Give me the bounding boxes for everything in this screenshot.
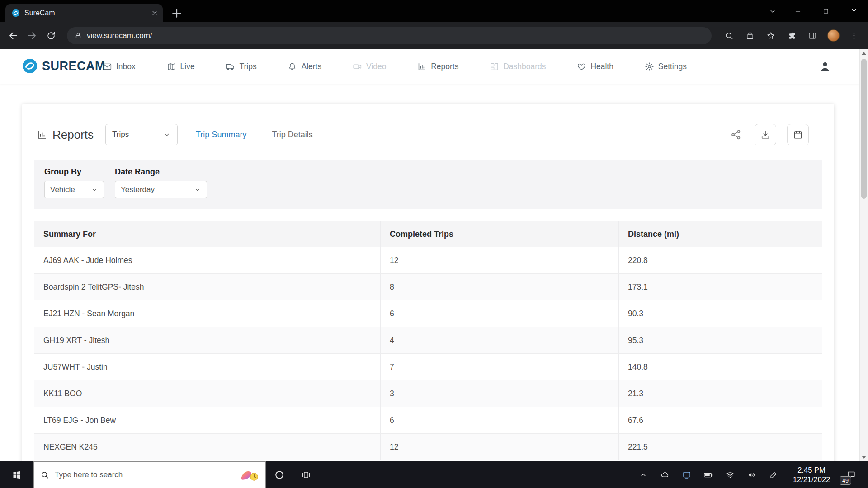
task-view-button[interactable]	[292, 461, 319, 488]
column-header-summary-for: Summary For	[34, 221, 380, 247]
system-tray: 2:45 PM 12/21/2022 49	[632, 461, 868, 488]
cortana-button[interactable]	[266, 461, 292, 488]
nav-item-live[interactable]: Live	[167, 62, 195, 71]
tab-search-chevron-icon[interactable]	[761, 0, 784, 22]
surecam-logo[interactable]: SURECAM	[22, 58, 105, 74]
extensions-puzzle-icon[interactable]	[782, 27, 801, 45]
report-actions	[728, 124, 809, 145]
distance-cell: 220.8	[618, 247, 822, 273]
scroll-up-arrow[interactable]	[860, 49, 868, 57]
distance-cell: 21.3	[618, 380, 822, 407]
nav-item-settings[interactable]: Settings	[645, 62, 687, 71]
share-report-button[interactable]	[728, 127, 744, 142]
distance-cell: 221.5	[618, 434, 822, 460]
new-tab-button[interactable]	[170, 6, 184, 20]
date-range-select[interactable]: Yesterday	[115, 181, 207, 198]
report-card: Reports Trips Trip SummaryTrip Details G…	[22, 104, 834, 461]
schedule-calendar-button[interactable]	[787, 124, 809, 145]
page-scrollbar[interactable]	[859, 49, 868, 461]
web-page: SURECAM InboxLiveTripsAlertsVideoReports…	[0, 49, 868, 461]
report-table-body: AJ69 AAK - Jude Holmes12220.8Boardspin 2…	[34, 247, 822, 460]
reports-chart-icon	[417, 62, 427, 71]
summary-for-cell: EJ21 HZN - Sean Morgan	[34, 300, 380, 327]
reload-button[interactable]	[42, 26, 61, 45]
nav-item-trips[interactable]: Trips	[226, 62, 256, 71]
summary-for-cell: KK11 BOO	[34, 380, 380, 407]
download-report-button[interactable]	[755, 124, 776, 145]
nav-item-label: Reports	[431, 62, 458, 71]
nav-item-inbox[interactable]: Inbox	[103, 62, 136, 71]
date-range-label: Date Range	[115, 167, 207, 177]
share-icon[interactable]	[741, 27, 760, 45]
volume-icon[interactable]	[741, 461, 763, 488]
chevron-down-icon	[91, 186, 98, 193]
group-by-select[interactable]: Vehicle	[44, 181, 104, 198]
nav-item-label: Alerts	[301, 62, 321, 71]
search-input[interactable]	[55, 470, 233, 479]
report-tab-trip-details[interactable]: Trip Details	[272, 130, 312, 140]
clock-date: 12/21/2022	[793, 475, 830, 484]
minimize-button[interactable]	[784, 0, 812, 22]
taskbar-clock[interactable]: 2:45 PM 12/21/2022	[784, 461, 839, 488]
nav-item-label: Dashboards	[503, 62, 546, 71]
browser-toolbar: view.surecam.com/	[0, 22, 868, 49]
url-bar[interactable]: view.surecam.com/	[67, 27, 712, 44]
maximize-button[interactable]	[812, 0, 840, 22]
dashboards-grid-icon	[490, 62, 499, 71]
taskbar-search[interactable]	[33, 461, 266, 488]
date-range-value: Yesterday	[121, 185, 155, 194]
search-highlights-icon[interactable]	[238, 468, 259, 482]
show-desktop-button[interactable]	[864, 461, 868, 488]
app-window-icon[interactable]	[676, 461, 698, 488]
back-button[interactable]	[4, 26, 23, 45]
bookmark-star-icon[interactable]	[761, 27, 780, 45]
distance-cell: 173.1	[618, 274, 822, 300]
forward-button[interactable]	[23, 26, 42, 45]
tray-chevron-up-icon[interactable]	[632, 461, 654, 488]
nav-item-dashboards[interactable]: Dashboards	[490, 62, 546, 71]
start-button[interactable]	[0, 461, 33, 488]
report-header: Reports Trips Trip SummaryTrip Details	[37, 123, 821, 146]
menu-kebab-icon[interactable]	[844, 27, 863, 45]
scrollbar-thumb[interactable]	[861, 59, 867, 199]
report-table: Summary For Completed Trips Distance (mi…	[34, 221, 822, 460]
brand-wordmark: SURECAM	[42, 59, 105, 73]
nav-item-health[interactable]: Health	[577, 62, 613, 71]
report-chart-icon	[37, 129, 47, 140]
surecam-favicon-icon	[12, 9, 20, 17]
zoom-icon[interactable]	[720, 27, 739, 45]
summary-for-cell: LT69 EJG - Jon Bew	[34, 407, 380, 433]
live-map-icon	[167, 62, 176, 71]
nav-item-label: Inbox	[116, 62, 136, 71]
profile-avatar[interactable]	[824, 27, 843, 45]
taskbar: 2:45 PM 12/21/2022 49	[0, 461, 868, 488]
nav-item-label: Settings	[658, 62, 687, 71]
group-by-label: Group By	[44, 167, 104, 177]
report-type-select[interactable]: Trips	[105, 124, 178, 145]
user-profile-icon[interactable]	[819, 60, 831, 73]
wifi-icon[interactable]	[719, 461, 741, 488]
settings-gear-icon	[645, 62, 654, 71]
nav-item-video[interactable]: Video	[353, 62, 386, 71]
scroll-down-arrow[interactable]	[860, 453, 868, 461]
pen-icon[interactable]	[763, 461, 784, 488]
nav-item-alerts[interactable]: Alerts	[288, 62, 321, 71]
table-header: Summary For Completed Trips Distance (mi…	[34, 221, 822, 247]
browser-titlebar: SureCam	[0, 0, 868, 22]
distance-cell: 140.8	[618, 354, 822, 380]
battery-icon[interactable]	[698, 461, 719, 488]
trips-truck-icon	[226, 62, 235, 71]
chevron-down-icon	[194, 186, 201, 193]
table-row: Boardspin 2 TelitGPS- Jitesh8173.1	[34, 274, 822, 300]
close-button[interactable]	[840, 0, 868, 22]
table-row: EJ21 HZN - Sean Morgan690.3	[34, 300, 822, 327]
nav-item-reports[interactable]: Reports	[417, 62, 458, 71]
notification-center-button[interactable]: 49	[839, 461, 864, 488]
alerts-bell-icon	[288, 62, 297, 71]
side-panel-icon[interactable]	[803, 27, 822, 45]
report-tab-trip-summary[interactable]: Trip Summary	[196, 130, 246, 140]
tab-close-icon[interactable]	[151, 9, 158, 17]
toolbar-icon-strip	[720, 27, 863, 45]
browser-tab[interactable]: SureCam	[5, 4, 163, 22]
onedrive-cloud-icon[interactable]	[654, 461, 676, 488]
